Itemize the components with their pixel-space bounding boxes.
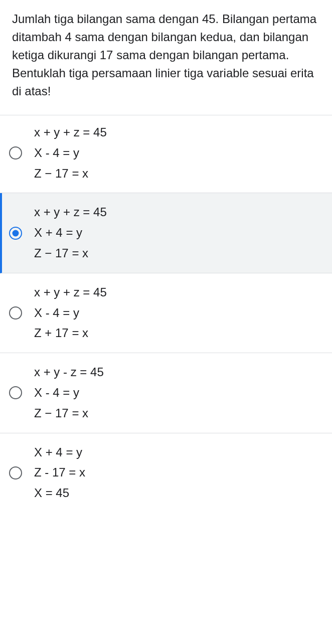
radio-checked-icon: [9, 227, 22, 240]
option-line: X - 4 = y: [34, 303, 107, 324]
option-line: x + y + z = 45: [34, 122, 107, 143]
option-line: X - 4 = y: [34, 143, 107, 164]
option-5[interactable]: X + 4 = y Z - 17 = x X = 45: [0, 433, 332, 513]
option-line: Z − 17 = x: [34, 243, 107, 264]
radio-unchecked-icon: [9, 466, 22, 479]
question-text: Jumlah tiga bilangan sama dengan 45. Bil…: [0, 0, 332, 114]
options-container: x + y + z = 45 X - 4 = y Z − 17 = x x + …: [0, 114, 332, 513]
option-line: X + 4 = y: [34, 442, 85, 463]
option-4-lines: x + y - z = 45 X - 4 = y Z − 17 = x: [34, 362, 104, 423]
option-line: X - 4 = y: [34, 383, 104, 403]
option-line: x + y + z = 45: [34, 282, 107, 303]
radio-unchecked-icon: [9, 386, 22, 399]
option-line: Z − 17 = x: [34, 164, 107, 184]
option-2[interactable]: x + y + z = 45 X + 4 = y Z − 17 = x: [0, 193, 332, 273]
option-line: x + y - z = 45: [34, 362, 104, 383]
option-1[interactable]: x + y + z = 45 X - 4 = y Z − 17 = x: [0, 115, 332, 193]
option-4[interactable]: x + y - z = 45 X - 4 = y Z − 17 = x: [0, 353, 332, 433]
radio-unchecked-icon: [9, 306, 22, 319]
option-line: X + 4 = y: [34, 223, 107, 243]
option-line: X = 45: [34, 483, 85, 504]
option-3-lines: x + y + z = 45 X - 4 = y Z + 17 = x: [34, 282, 107, 344]
option-3[interactable]: x + y + z = 45 X - 4 = y Z + 17 = x: [0, 273, 332, 353]
option-line: Z + 17 = x: [34, 323, 107, 344]
option-line: Z - 17 = x: [34, 462, 85, 483]
option-line: Z − 17 = x: [34, 403, 104, 424]
option-line: x + y + z = 45: [34, 202, 107, 223]
option-5-lines: X + 4 = y Z - 17 = x X = 45: [34, 442, 85, 504]
option-2-lines: x + y + z = 45 X + 4 = y Z − 17 = x: [34, 202, 107, 263]
option-1-lines: x + y + z = 45 X - 4 = y Z − 17 = x: [34, 122, 107, 184]
radio-unchecked-icon: [9, 146, 22, 159]
